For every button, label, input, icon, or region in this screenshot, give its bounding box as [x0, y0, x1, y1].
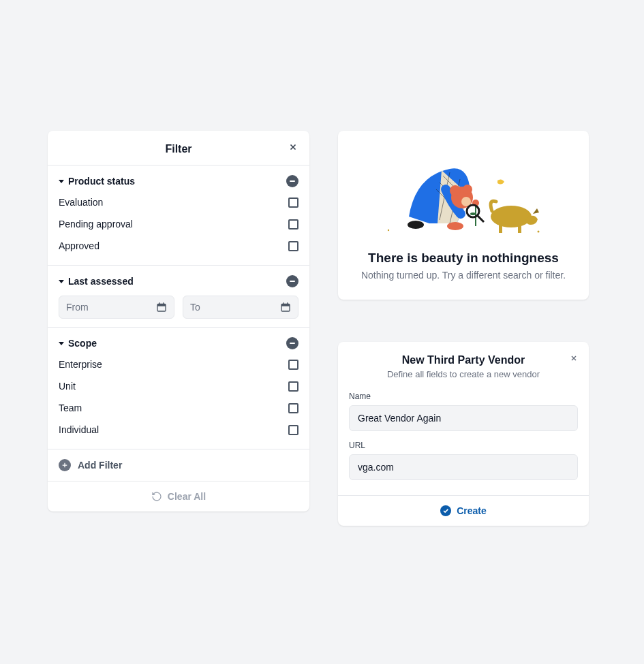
filter-option[interactable]: Evaluation [59, 191, 298, 213]
filter-option[interactable]: Pending approval [59, 213, 298, 235]
section-header[interactable]: Scope [59, 337, 298, 353]
svg-point-9 [388, 230, 389, 231]
date-from-input[interactable]: From [59, 296, 174, 319]
add-filter-button[interactable]: Add Filter [48, 449, 309, 481]
empty-state-card: There is beauty in nothingness Nothing t… [338, 131, 589, 300]
create-vendor-button[interactable]: Create [338, 495, 589, 526]
svg-point-15 [470, 212, 476, 215]
svg-point-28 [408, 221, 424, 229]
create-label: Create [457, 505, 487, 516]
check-circle-icon [440, 505, 451, 516]
svg-point-10 [491, 206, 532, 227]
collapse-section-button[interactable] [286, 275, 298, 287]
checkbox[interactable] [288, 241, 298, 251]
filter-option[interactable]: Approved [59, 235, 298, 257]
filter-section-scope: Scope Enterprise Unit Team Individual [48, 327, 309, 449]
caret-down-icon [59, 180, 64, 183]
close-icon [288, 142, 298, 152]
name-label: Name [349, 392, 578, 401]
name-input[interactable] [349, 405, 578, 431]
option-label: Enterprise [59, 359, 102, 370]
vendor-subtitle: Define all fields to create a new vendor [352, 369, 575, 379]
caret-down-icon [59, 280, 64, 283]
vendor-title: New Third Party Vendor [352, 354, 575, 366]
plus-circle-icon [59, 459, 71, 471]
add-filter-label: Add Filter [78, 460, 122, 471]
checkbox[interactable] [288, 360, 298, 370]
section-title: Product status [68, 176, 135, 187]
filter-title: Filter [165, 143, 191, 155]
option-label: Unit [59, 381, 76, 392]
filter-option[interactable]: Unit [59, 375, 298, 397]
option-label: Team [59, 402, 82, 413]
option-label: Pending approval [59, 219, 133, 230]
minus-icon [290, 343, 295, 344]
checkbox[interactable] [288, 219, 298, 230]
clear-all-label: Clear All [168, 491, 206, 502]
clear-all-button[interactable]: Clear All [48, 481, 309, 511]
date-to-input[interactable]: To [183, 296, 298, 319]
calendar-icon [280, 302, 291, 313]
placeholder: To [190, 302, 200, 313]
checkbox[interactable] [288, 403, 298, 413]
section-title: Last assessed [68, 276, 134, 287]
url-input[interactable] [349, 454, 578, 480]
filter-option[interactable]: Enterprise [59, 353, 298, 375]
filter-section-last-assessed: Last assessed From To [48, 265, 309, 327]
caret-down-icon [59, 342, 64, 345]
refresh-icon [151, 491, 162, 502]
new-vendor-card: New Third Party Vendor Define all fields… [338, 342, 589, 526]
option-label: Approved [59, 240, 99, 251]
section-header[interactable]: Last assessed [59, 275, 298, 291]
svg-line-27 [477, 215, 484, 222]
svg-point-8 [538, 231, 540, 233]
placeholder: From [66, 302, 89, 313]
option-label: Evaluation [59, 197, 103, 208]
svg-point-29 [447, 222, 463, 230]
svg-point-23 [450, 185, 461, 196]
close-icon [570, 354, 578, 362]
collapse-section-button[interactable] [286, 337, 298, 349]
filter-panel: Filter Product status Evaluation Pending… [48, 131, 309, 511]
url-label: URL [349, 441, 578, 450]
option-label: Individual [59, 424, 99, 435]
close-filter-button[interactable] [285, 139, 301, 155]
section-title: Scope [68, 338, 97, 349]
empty-state-title: There is beauty in nothingness [352, 251, 575, 266]
filter-header: Filter [48, 131, 309, 165]
empty-state-illustration [361, 150, 566, 245]
section-header[interactable]: Product status [59, 175, 298, 191]
vendor-header: New Third Party Vendor Define all fields… [338, 342, 589, 383]
calendar-icon [156, 302, 167, 313]
minus-icon [290, 281, 295, 282]
svg-rect-1 [157, 304, 166, 306]
svg-point-24 [463, 185, 472, 194]
minus-icon [290, 180, 295, 182]
svg-rect-5 [281, 304, 290, 306]
close-vendor-button[interactable] [567, 351, 581, 365]
empty-state-subtitle: Nothing turned up. Try a different searc… [352, 270, 575, 281]
filter-option[interactable]: Individual [59, 419, 298, 441]
svg-rect-12 [518, 223, 521, 233]
checkbox[interactable] [288, 197, 298, 208]
checkbox[interactable] [288, 425, 298, 435]
checkbox[interactable] [288, 381, 298, 392]
filter-section-product-status: Product status Evaluation Pending approv… [48, 165, 309, 265]
svg-rect-11 [499, 223, 502, 233]
filter-option[interactable]: Team [59, 397, 298, 419]
collapse-section-button[interactable] [286, 175, 298, 187]
